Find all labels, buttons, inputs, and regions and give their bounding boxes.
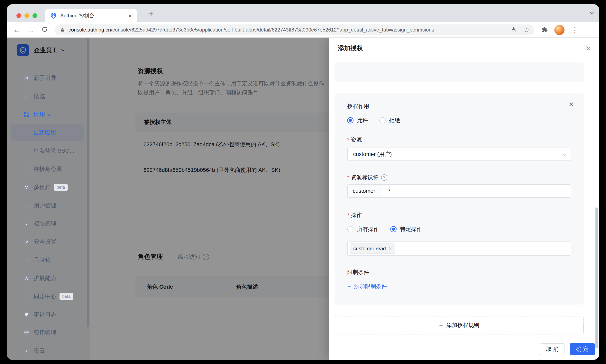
reload-button[interactable] (41, 26, 48, 34)
tab-title: Authing 控制台 (60, 12, 128, 19)
radio-specific-actions[interactable]: 特定操作 (390, 225, 422, 233)
radio-selected-icon (347, 117, 354, 123)
identifier-input-group: customer: * (347, 184, 571, 198)
window-minimize-button[interactable] (25, 13, 29, 18)
effect-label: 授权作用 (347, 103, 571, 110)
radio-label: 所有操作 (357, 225, 379, 233)
resource-label: 资源 (347, 136, 571, 144)
radio-label: 拒绝 (389, 117, 400, 124)
apps-icon (23, 111, 30, 118)
share-icon (23, 165, 30, 173)
url-host: console.authing.cn (68, 27, 111, 33)
brush-icon (23, 256, 30, 264)
svg-text:A: A (26, 276, 28, 280)
sidebar-item-label: 自建应用 (33, 129, 56, 137)
add-rule-label: 添加授权规则 (446, 322, 479, 329)
browser-menu-icon[interactable]: ⋮ (571, 26, 579, 34)
authing-favicon-icon (50, 12, 57, 19)
browser-window: Authing 控制台 × + ← → console.authing.cn/c… (7, 4, 599, 360)
action-radio-group: 所有操作 特定操作 (347, 225, 571, 233)
browser-toolbar: ← → console.authing.cn/console/6225dd429… (7, 22, 599, 38)
radio-deny[interactable]: 拒绝 (379, 117, 400, 124)
action-label: 操作 (347, 211, 571, 219)
url-text: console.authing.cn/console/6225dd4297dfd… (68, 27, 504, 33)
radio-allow[interactable]: 允许 (347, 117, 368, 124)
tab-strip: Authing 控制台 × + (7, 4, 599, 22)
condition-label: 限制条件 (347, 269, 571, 276)
back-button[interactable]: ← (13, 26, 20, 34)
resource-select-value: customer (用户) (353, 151, 392, 158)
beta-badge: beta (54, 184, 68, 191)
browser-tab[interactable]: Authing 控制台 × (45, 9, 137, 22)
toolbar-right: ⋮ (541, 25, 579, 35)
lock-icon (23, 220, 30, 228)
sidebar-item-label: 设置 (34, 347, 45, 355)
add-authz-drawer: 添加授权 × × 授权作用 允许 拒绝 资源 customer (用户) (329, 38, 599, 360)
actions-tag-input[interactable]: customer:read × (347, 242, 571, 256)
gear-icon (23, 347, 30, 355)
chevron-down-icon: ▾ (60, 276, 62, 281)
chevron-down-icon (563, 152, 566, 156)
chevron-down-icon: ▾ (60, 312, 62, 317)
sync-icon (23, 293, 30, 300)
users-icon (23, 202, 30, 209)
radio-unselected-icon (347, 226, 354, 232)
help-icon[interactable]: ? (381, 174, 387, 181)
authz-rule-card-partial (335, 62, 584, 82)
identifier-prefix: customer: (348, 185, 382, 197)
sidebar-item-label: 安全设置 (34, 238, 56, 246)
share-icon[interactable] (511, 27, 517, 33)
sidebar-item-label: 新手引导 (34, 74, 56, 82)
drawer-title: 添加授权 (338, 44, 363, 53)
identifier-input[interactable]: * (382, 185, 571, 197)
tag-remove-icon[interactable]: × (389, 246, 392, 251)
add-condition-link[interactable]: + 添加限制条件 (347, 283, 571, 290)
secure-lock-icon[interactable] (60, 27, 65, 32)
add-rule-button[interactable]: + 添加授权规则 (335, 316, 584, 335)
sidebar-item-label: 权限管理 (34, 220, 56, 228)
resource-select[interactable]: customer (用户) (347, 148, 571, 161)
drawer-body: × 授权作用 允许 拒绝 资源 customer (用户) 资源标识符 ? (329, 59, 599, 340)
radio-label: 特定操作 (400, 225, 422, 233)
authz-rule-card: × 授权作用 允许 拒绝 资源 customer (用户) 资源标识符 ? (335, 93, 584, 304)
address-bar[interactable]: console.authing.cn/console/6225dd4297dfd… (55, 25, 534, 35)
sidebar-item-label: 扩展能力 (34, 274, 56, 282)
drawer-scrollbar[interactable] (595, 208, 598, 348)
ext-icon: A (23, 274, 30, 282)
new-tab-button[interactable]: + (145, 7, 157, 20)
shield-icon (23, 238, 30, 246)
profile-avatar[interactable] (554, 25, 565, 35)
log-icon (23, 311, 30, 319)
bookmark-star-icon[interactable]: ☆ (523, 26, 529, 33)
radio-all-actions[interactable]: 所有操作 (347, 225, 379, 233)
chevron-down-icon: ▾ (60, 239, 62, 245)
tenant-icon (23, 183, 30, 191)
chevron-down-icon: ▾ (65, 167, 67, 172)
add-condition-label: 添加限制条件 (354, 283, 387, 290)
chevron-down-icon: ▾ (60, 203, 62, 208)
extensions-icon[interactable] (541, 27, 548, 33)
action-tag-label: customer:read (353, 246, 386, 252)
url-path: /console/6225dd4297dfdae373e3b0e5/applic… (111, 27, 434, 33)
chevron-up-icon: ▴ (48, 112, 50, 117)
tab-close-icon[interactable]: × (128, 12, 132, 19)
beta-badge: beta (60, 293, 73, 300)
identifier-label: 资源标识符 (347, 174, 378, 181)
chevron-down-icon: ▾ (48, 349, 50, 354)
plus-icon: + (439, 322, 443, 328)
tab-search-chevron-icon[interactable] (590, 11, 593, 14)
radio-label: 允许 (357, 117, 368, 124)
window-close-button[interactable] (16, 13, 21, 18)
action-tag: customer:read × (350, 244, 395, 254)
effect-radio-group: 允许 拒绝 (347, 117, 571, 124)
remove-rule-icon[interactable]: × (569, 100, 574, 108)
cancel-button[interactable]: 取 消 (540, 343, 565, 355)
window-zoom-button[interactable] (32, 13, 37, 18)
drawer-close-icon[interactable]: × (586, 44, 591, 53)
forward-button[interactable]: → (27, 26, 34, 34)
bill-icon (23, 329, 30, 337)
sidebar-item-label: 应用 (34, 111, 45, 118)
sidebar-item-label: 多租户 (34, 183, 51, 191)
confirm-button[interactable]: 确 定 (570, 343, 595, 355)
sidebar-item-label: 单点登录 SSO... (33, 147, 74, 155)
